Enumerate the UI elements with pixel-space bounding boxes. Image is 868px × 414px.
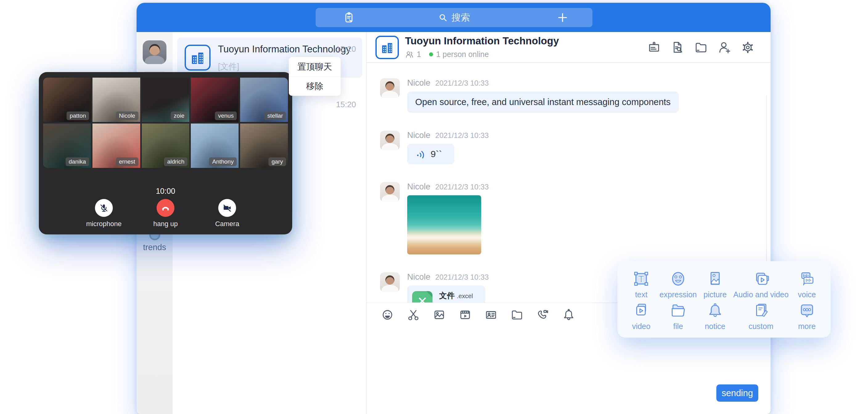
panel-item-audio-video[interactable]: Audio and video [733, 268, 788, 300]
video-play-icon [632, 301, 650, 319]
sender-avatar[interactable] [380, 131, 400, 150]
participant-name: zoie [171, 112, 188, 120]
panel-item-label: Audio and video [733, 290, 788, 299]
participant-grid: patton Nicole zoie venus stellar danika … [43, 77, 288, 168]
conversation-time: 15:20 [336, 100, 356, 109]
participant-tile: aldrich [142, 124, 190, 168]
settings-gear-icon[interactable] [741, 41, 754, 54]
online-dot [429, 52, 433, 56]
microphone-label: microphone [86, 220, 122, 228]
message-input[interactable]: sending [367, 326, 771, 414]
camera-label: Camera [215, 220, 239, 228]
panel-item-voice[interactable]: voice [788, 268, 825, 300]
chat-header: Tuoyun Information Technology 1 1 person… [367, 32, 771, 63]
participant-name: Anthony [209, 157, 237, 166]
message-text: Nicole 2021/12/3 10:33 Open source, free… [380, 78, 771, 113]
send-button[interactable]: sending [716, 384, 758, 402]
message-timestamp: 2021/12/3 10:33 [435, 183, 489, 191]
message-image: Nicole 2021/12/3 10:33 [380, 182, 771, 254]
sender-avatar[interactable] [380, 272, 400, 292]
participant-name: danika [66, 157, 89, 166]
participant-tile: zoie [142, 77, 190, 122]
panel-item-label: more [798, 322, 815, 331]
panel-item-video[interactable]: video [623, 300, 660, 332]
panel-item-notice[interactable]: notice [697, 300, 734, 332]
message-timestamp: 2021/12/3 10:33 [435, 273, 489, 282]
voice-duration: 9`` [431, 149, 442, 159]
video-call-icon[interactable] [536, 308, 549, 321]
folder-icon[interactable] [510, 308, 523, 321]
panel-item-label: file [673, 322, 683, 331]
voice-bubble[interactable]: 9`` [407, 144, 454, 164]
chat-meta: 1 1 person online [405, 50, 489, 59]
contact-card-icon[interactable] [485, 308, 497, 321]
file-extension: .excel [457, 293, 473, 299]
custom-document-pen-icon [752, 301, 770, 319]
panel-item-expression[interactable]: expression [660, 268, 697, 300]
excel-file-icon: ✕ [412, 291, 432, 303]
my-avatar[interactable] [143, 40, 166, 64]
add-button[interactable] [557, 12, 568, 23]
hang-up-control: hang up [144, 199, 187, 228]
chat-main: Tuoyun Information Technology 1 1 person… [367, 32, 771, 414]
search-placeholder: 搜索 [452, 11, 470, 24]
sender-name: Nicole [407, 272, 430, 282]
picture-icon[interactable] [433, 308, 446, 321]
conversation-last-message: [文件] [218, 61, 239, 72]
search-bar[interactable]: 搜索 [316, 8, 592, 27]
image-attachment[interactable] [407, 195, 481, 254]
file-folder-icon [669, 301, 687, 319]
screen: 搜索 trends [0, 0, 868, 414]
noticeboard-icon[interactable] [647, 41, 661, 54]
chat-title: Tuoyun Information Technology [405, 35, 559, 47]
panel-item-text[interactable]: text [623, 268, 660, 300]
file-x-glyph: ✕ [417, 295, 428, 303]
file-bubble[interactable]: ✕ 文件 .excel 12.8M [407, 286, 485, 302]
panel-item-label: custom [748, 322, 773, 331]
panel-item-more[interactable]: more [788, 300, 825, 332]
panel-item-label: video [632, 322, 650, 331]
sender-name: Nicole [407, 182, 430, 192]
participant-tile: stellar [240, 77, 288, 122]
panel-item-picture[interactable]: picture [697, 268, 734, 300]
picture-icon [706, 270, 724, 288]
scissors-icon[interactable] [407, 308, 420, 321]
contacts-icon[interactable] [343, 11, 355, 24]
participant-tile: danika [43, 124, 91, 168]
camera-off-button[interactable] [218, 199, 236, 217]
hang-up-button[interactable] [157, 199, 175, 217]
message-type-panel: text expression picture Audio and video … [617, 261, 831, 338]
text-frame-icon [632, 270, 650, 288]
emoji-icon[interactable] [381, 308, 394, 321]
text-bubble: Open source, free, and universal instant… [407, 92, 679, 113]
message-timestamp: 2021/12/3 10:33 [435, 131, 489, 140]
participant-tile: venus [191, 77, 239, 122]
chat-history-search-icon[interactable] [671, 41, 684, 54]
file-name: 文件 [439, 291, 455, 300]
participant-tile: Anthony [191, 124, 239, 168]
panel-item-label: picture [704, 290, 726, 299]
message-timestamp: 2021/12/3 10:33 [435, 79, 489, 88]
panel-item-label: voice [798, 290, 816, 299]
panel-item-custom[interactable]: custom [733, 300, 788, 332]
video-clip-icon[interactable] [459, 308, 472, 321]
folder-icon[interactable] [694, 41, 708, 54]
voice-bubbles-icon [798, 270, 816, 288]
participant-name: Nicole [116, 112, 138, 120]
add-member-icon[interactable] [718, 41, 731, 54]
sender-name: Nicole [407, 131, 430, 140]
message-voice: Nicole 2021/12/3 10:33 9`` [380, 131, 771, 164]
member-count: 1 [417, 50, 421, 59]
notice-bell-icon [706, 301, 724, 319]
group-building-icon [185, 45, 211, 70]
microphone-off-button[interactable] [95, 199, 113, 217]
sender-avatar[interactable] [380, 182, 400, 202]
trends-label: trends [143, 243, 166, 252]
menu-item-remove[interactable]: 移除 [289, 76, 341, 96]
search-input[interactable]: 搜索 [316, 11, 592, 24]
panel-item-file[interactable]: file [660, 300, 697, 332]
sender-avatar[interactable] [380, 78, 400, 98]
menu-item-pin-chat[interactable]: 置顶聊天 [289, 57, 341, 76]
bell-icon[interactable] [562, 308, 575, 321]
participant-name: stellar [264, 112, 286, 120]
